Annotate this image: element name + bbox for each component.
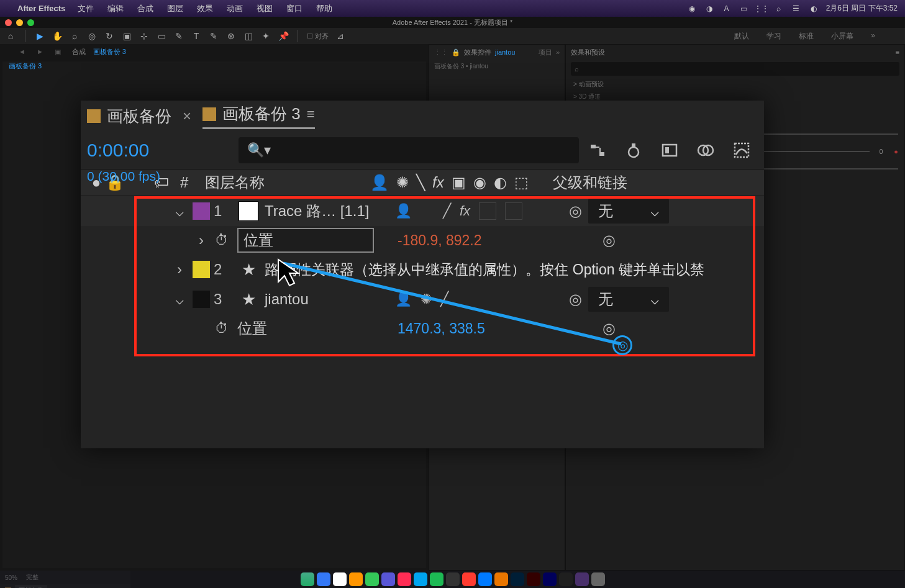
expression-pickwhip-icon[interactable]: ◎ bbox=[603, 320, 616, 337]
twirl-icon[interactable]: › bbox=[199, 232, 211, 249]
presets-search[interactable]: ⌕ bbox=[571, 62, 899, 76]
frameblend-icon[interactable]: ▣ bbox=[452, 174, 466, 191]
tab-menu-icon[interactable]: ≡ bbox=[307, 106, 315, 122]
property-row-position[interactable]: › ⏱ 位置 -180.9, 892.2 ◎ bbox=[81, 226, 764, 255]
home-icon[interactable]: ⌂ bbox=[5, 30, 16, 42]
property-value[interactable]: -180.9, 892.2 bbox=[398, 232, 482, 249]
quality-switch[interactable]: ╱ bbox=[443, 203, 451, 219]
search-icon[interactable]: ⌕ bbox=[774, 4, 784, 14]
input-icon[interactable]: A bbox=[722, 4, 732, 14]
fx-icon[interactable]: fx bbox=[432, 174, 444, 191]
name-column[interactable]: 图层名称 bbox=[205, 173, 366, 192]
graph-editor-icon[interactable] bbox=[732, 140, 752, 160]
siri-icon[interactable]: ◐ bbox=[809, 4, 819, 14]
layer-row-2[interactable]: › 2 ★ 路 属性关联器（选择从中继承值的属性）。按住 Option 键并单击… bbox=[81, 255, 764, 284]
shape-tool-icon[interactable]: ▭ bbox=[156, 30, 167, 42]
shy-switch[interactable]: 👤 bbox=[395, 291, 412, 307]
property-name-selected[interactable]: 位置 bbox=[237, 228, 374, 253]
workspace-small[interactable]: 小屏幕 bbox=[831, 31, 853, 42]
nav-back-icon[interactable]: ◄ bbox=[19, 48, 25, 55]
snap-toggle[interactable]: ☐ 对齐 bbox=[307, 30, 329, 42]
zoom-tool-icon[interactable]: ⌕ bbox=[69, 30, 80, 42]
slider-value[interactable]: 0 bbox=[880, 148, 883, 155]
selection-tool-icon[interactable]: ▶ bbox=[34, 30, 45, 42]
roto-tool-icon[interactable]: ✦ bbox=[260, 30, 271, 42]
rotate-tool-icon[interactable]: ↻ bbox=[104, 30, 115, 42]
menu-composition[interactable]: 合成 bbox=[137, 3, 153, 14]
brush-tool-icon[interactable]: ✎ bbox=[208, 30, 219, 42]
preset-category[interactable]: > 动画预设 bbox=[566, 78, 904, 91]
parent-dropdown[interactable]: 无⌵ bbox=[588, 287, 669, 312]
wifi-icon[interactable]: ⋮⋮ bbox=[757, 4, 766, 14]
workspace-standard[interactable]: 标准 bbox=[799, 31, 814, 42]
control-center-icon[interactable]: ☰ bbox=[791, 4, 801, 14]
layer-color-swatch[interactable] bbox=[193, 202, 210, 220]
shy-icon[interactable]: 👤 bbox=[370, 174, 389, 191]
reset-dot-icon[interactable]: ● bbox=[894, 148, 898, 155]
collapse-switch[interactable]: ✺ bbox=[421, 291, 432, 307]
switch-box[interactable] bbox=[505, 202, 522, 220]
layer-name[interactable]: jiantou bbox=[265, 291, 395, 308]
menu-layer[interactable]: 图层 bbox=[167, 3, 183, 14]
comp-tab-1[interactable]: 画板备份 × bbox=[87, 106, 191, 127]
camera-tool-icon[interactable]: ▣ bbox=[121, 30, 132, 42]
cc-icon[interactable]: ◑ bbox=[704, 4, 714, 14]
parent-column[interactable]: 父级和链接 bbox=[553, 173, 758, 192]
layer-row-1[interactable]: ⌵ 1 Trace 路… [1.1] 👤 ╱ fx ◎ 无⌵ bbox=[81, 196, 764, 226]
parent-dropdown[interactable]: 无⌵ bbox=[588, 199, 669, 224]
expression-pickwhip-icon[interactable]: ◎ bbox=[603, 232, 616, 249]
nav-fwd-icon[interactable]: ► bbox=[37, 48, 43, 55]
workspace-default[interactable]: 默认 bbox=[734, 31, 749, 42]
snap-options-icon[interactable]: ⊿ bbox=[335, 30, 346, 42]
mac-dock[interactable] bbox=[0, 571, 905, 588]
index-column[interactable]: # bbox=[180, 174, 205, 191]
adjustment-icon[interactable]: ◐ bbox=[494, 174, 507, 191]
quality-icon[interactable]: ╲ bbox=[416, 174, 425, 191]
comp-tab-2-active[interactable]: 画板备份 3 ≡ bbox=[202, 103, 315, 129]
breadcrumb-comp[interactable]: 画板备份 3 bbox=[93, 47, 126, 57]
record-icon[interactable]: ◉ bbox=[687, 4, 697, 14]
stopwatch-icon[interactable]: ⏱ bbox=[215, 320, 234, 337]
viewer-tab[interactable]: 画板备份 3 bbox=[2, 61, 426, 74]
comp-flowchart-icon[interactable] bbox=[588, 140, 607, 160]
draft3d-icon[interactable] bbox=[624, 140, 644, 160]
app-name[interactable]: After Effects bbox=[17, 4, 65, 13]
workspace-learn[interactable]: 学习 bbox=[766, 31, 781, 42]
pickwhip-icon[interactable]: ◎ bbox=[569, 291, 582, 308]
pan-behind-tool-icon[interactable]: ⊹ bbox=[139, 30, 150, 42]
stopwatch-icon[interactable]: ⏱ bbox=[215, 232, 234, 248]
layer-row-3[interactable]: ⌵ 3 ★ jiantou 👤 ✺ ╱ ◎ 无⌵ bbox=[81, 284, 764, 314]
eraser-tool-icon[interactable]: ◫ bbox=[243, 30, 254, 42]
3d-icon[interactable]: ⬚ bbox=[514, 174, 529, 191]
layer-name[interactable]: Trace 路… [1.1] bbox=[265, 201, 395, 221]
panel-menu-icon[interactable]: ≡ bbox=[896, 48, 899, 56]
property-value[interactable]: 1470.3, 338.5 bbox=[398, 320, 485, 337]
property-row-position[interactable]: ⏱ 位置 1470.3, 338.5 ◎ bbox=[81, 314, 764, 343]
hand-tool-icon[interactable]: ✋ bbox=[52, 30, 63, 42]
frame-blend-icon[interactable] bbox=[696, 140, 716, 160]
close-icon[interactable]: × bbox=[183, 107, 191, 125]
menubar-clock[interactable]: 2月6日 周日 下午3:52 bbox=[826, 3, 898, 14]
menu-help[interactable]: 帮助 bbox=[316, 3, 332, 14]
collapse-icon[interactable]: ✺ bbox=[396, 174, 409, 191]
panel-lock-icon[interactable]: 🔒 bbox=[452, 48, 460, 57]
switch-box[interactable] bbox=[479, 202, 496, 220]
menu-effect[interactable]: 效果 bbox=[197, 3, 213, 14]
twirl-icon[interactable]: ⌵ bbox=[170, 291, 189, 308]
pen-tool-icon[interactable]: ✎ bbox=[173, 30, 184, 42]
timeline-search[interactable]: 🔍▾ bbox=[239, 137, 579, 163]
menu-view[interactable]: 视图 bbox=[257, 3, 273, 14]
clone-tool-icon[interactable]: ⊛ bbox=[225, 30, 237, 42]
hide-shy-icon[interactable] bbox=[660, 140, 680, 160]
window-controls[interactable] bbox=[5, 19, 34, 26]
twirl-icon[interactable]: ⌵ bbox=[170, 202, 189, 220]
twirl-icon[interactable]: › bbox=[170, 261, 189, 278]
panel-menu-icon[interactable]: » bbox=[556, 48, 560, 56]
quality-switch[interactable]: ╱ bbox=[440, 291, 448, 307]
menu-window[interactable]: 窗口 bbox=[286, 3, 302, 14]
puppet-tool-icon[interactable]: 📌 bbox=[278, 30, 289, 42]
menu-file[interactable]: 文件 bbox=[78, 3, 94, 14]
motionblur-icon[interactable]: ◉ bbox=[473, 174, 486, 191]
fx-header[interactable]: 效果控件 bbox=[464, 48, 491, 57]
pickwhip-icon[interactable]: ◎ bbox=[569, 202, 582, 220]
